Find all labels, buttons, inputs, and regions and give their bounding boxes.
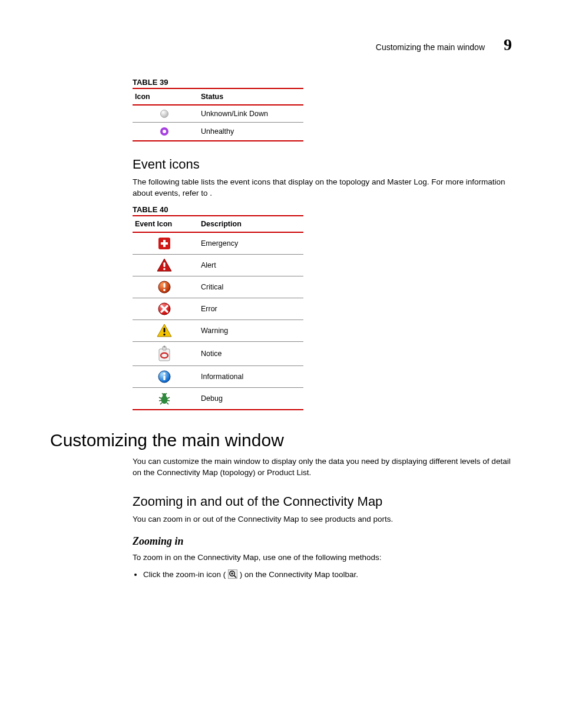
- event-notice-icon: [157, 345, 171, 362]
- table39-header-status: Status: [199, 88, 303, 105]
- table-row: Notice: [133, 341, 303, 365]
- zooming-in-methods: Click the zoom-in icon ( ) on the Connec…: [143, 569, 512, 581]
- table39-header-icon: Icon: [133, 88, 199, 105]
- table40-desc-2: Critical: [199, 276, 303, 298]
- svg-line-28: [167, 403, 168, 404]
- svg-point-16: [164, 345, 166, 347]
- table40-desc-7: Debug: [199, 387, 303, 410]
- status-unknown-icon: [160, 109, 169, 118]
- table-row: Unhealthy: [133, 123, 303, 141]
- svg-point-2: [163, 130, 166, 133]
- running-header-title: Customizing the main window: [376, 42, 485, 52]
- zooming-in-heading: Zooming in: [133, 535, 512, 548]
- table-row: Debug: [133, 387, 303, 410]
- svg-point-19: [163, 373, 166, 375]
- event-alert-icon: [157, 258, 172, 272]
- table-row: Unknown/Link Down: [133, 105, 303, 123]
- zooming-intro: You can zoom in or out of the Connectivi…: [133, 514, 512, 525]
- svg-rect-20: [163, 375, 165, 380]
- svg-line-27: [160, 403, 162, 404]
- list-item: Click the zoom-in icon ( ) on the Connec…: [143, 569, 512, 581]
- svg-line-25: [159, 400, 161, 401]
- zooming-in-intro: To zoom in on the Connectivity Map, use …: [133, 552, 512, 564]
- event-emergency-icon: [157, 236, 171, 251]
- svg-line-23: [159, 397, 161, 398]
- table-row: Alert: [133, 254, 303, 276]
- customizing-intro: You can customize the main window to dis…: [133, 456, 512, 479]
- table40-desc-1: Alert: [199, 254, 303, 276]
- zoom-in-bullet-post: ) on the Connectivity Map toolbar.: [240, 570, 358, 579]
- event-icons-heading: Event icons: [133, 157, 512, 172]
- table39-caption: TABLE 39: [133, 78, 512, 87]
- svg-point-13: [163, 334, 165, 335]
- svg-rect-12: [164, 328, 166, 332]
- table39-status-1: Unhealthy: [199, 123, 303, 141]
- svg-point-0: [161, 110, 168, 118]
- table40-desc-0: Emergency: [199, 232, 303, 255]
- table40: Event Icon Description: [133, 215, 303, 410]
- event-warning-icon: [157, 324, 172, 338]
- running-header: Customizing the main window 9: [50, 35, 512, 54]
- table40-header-icon: Event Icon: [133, 216, 199, 232]
- table40-desc-5: Notice: [199, 341, 303, 365]
- table40-desc-6: Informational: [199, 365, 303, 387]
- table-row: Error: [133, 298, 303, 319]
- table39: Icon Status Unknown/Link Down: [133, 88, 303, 141]
- svg-line-29: [162, 393, 163, 394]
- svg-rect-9: [163, 283, 165, 288]
- table-row: Critical: [133, 276, 303, 298]
- svg-rect-6: [163, 262, 165, 267]
- table-row: Emergency: [133, 232, 303, 255]
- table40-desc-4: Warning: [199, 319, 303, 341]
- chapter-number: 9: [504, 35, 512, 54]
- zoom-in-icon: [228, 569, 237, 581]
- svg-point-22: [163, 393, 166, 397]
- svg-rect-5: [161, 242, 168, 245]
- table39-status-0: Unknown/Link Down: [199, 105, 303, 123]
- table40-caption: TABLE 40: [133, 205, 512, 214]
- status-unhealthy-icon: [159, 126, 170, 137]
- table-row: Warning: [133, 319, 303, 341]
- svg-point-10: [163, 289, 166, 291]
- customizing-heading: Customizing the main window: [50, 430, 512, 450]
- event-error-icon: [157, 302, 171, 316]
- svg-point-21: [161, 396, 168, 404]
- svg-line-30: [166, 393, 167, 394]
- event-informational-icon: [157, 370, 171, 384]
- event-critical-icon: [157, 280, 171, 294]
- zooming-heading: Zooming in and out of the Connectivity M…: [133, 494, 512, 509]
- zoom-in-bullet-pre: Click the zoom-in icon (: [143, 570, 226, 579]
- table-row: Informational: [133, 365, 303, 387]
- svg-line-24: [167, 397, 170, 398]
- table40-header-desc: Description: [199, 216, 303, 232]
- table40-desc-3: Error: [199, 298, 303, 319]
- svg-line-26: [167, 400, 170, 401]
- svg-point-7: [163, 268, 166, 270]
- event-icons-intro: The following table lists the event icon…: [133, 177, 512, 199]
- event-debug-icon: [157, 391, 171, 406]
